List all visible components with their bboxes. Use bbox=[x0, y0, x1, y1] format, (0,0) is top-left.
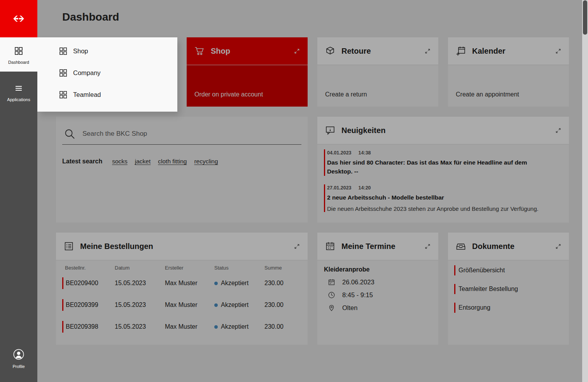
kalender-tile-body: Create an appointment bbox=[448, 65, 569, 107]
search-term-link[interactable]: jacket bbox=[135, 158, 151, 165]
sidebar-item-profile[interactable]: Profile bbox=[0, 349, 37, 369]
flyout-item-teamlead[interactable]: Teamlead bbox=[37, 84, 177, 105]
order-creator: Max Muster bbox=[165, 301, 214, 308]
news-date: 27.01.2023 bbox=[327, 185, 352, 191]
dokumente-card: Dokumente Größenübersicht Teamleiter Bes… bbox=[448, 233, 569, 345]
order-row[interactable]: BE0209399 15.05.2023 Max Muster Akzeptie… bbox=[62, 294, 308, 316]
appointment-time-row: 8:45 - 9:15 bbox=[324, 291, 432, 299]
news-card-header: Neuigkeiten bbox=[317, 117, 569, 144]
order-row[interactable]: BE0209400 15.05.2023 Max Muster Akzeptie… bbox=[62, 272, 308, 294]
orders-card-header: Meine Bestellungen bbox=[56, 233, 308, 260]
news-time: 14:38 bbox=[359, 150, 371, 156]
search-term-link[interactable]: cloth fitting bbox=[158, 158, 187, 165]
shop-tile[interactable]: Shop Order on private account bbox=[187, 37, 308, 107]
order-creator: Max Muster bbox=[165, 280, 214, 287]
app-root: Dashboard Shop Order on private account … bbox=[0, 0, 588, 382]
order-date: 15.05.2023 bbox=[115, 280, 165, 287]
status-dot bbox=[214, 325, 218, 329]
kalender-tile[interactable]: Kalender Create an appointment bbox=[448, 37, 569, 107]
news-date: 04.01.2023 bbox=[327, 150, 352, 156]
profile-icon bbox=[13, 349, 24, 360]
news-item[interactable]: 04.01.2023 14:38 Das hier sind 80 Charac… bbox=[324, 149, 561, 176]
grid-tiles-icon bbox=[59, 91, 67, 99]
news-headline: Das hier sind 80 Character: Das ist das … bbox=[327, 158, 545, 176]
expand-icon[interactable] bbox=[555, 128, 561, 133]
sbb-logo[interactable] bbox=[0, 0, 37, 37]
status-dot bbox=[214, 303, 218, 307]
sidebar-item-applications[interactable]: Applications bbox=[0, 75, 37, 109]
status-dot bbox=[214, 282, 218, 285]
document-link[interactable]: Größenübersicht bbox=[454, 265, 563, 275]
order-id: BE0209398 bbox=[62, 321, 115, 333]
shop-tile-action[interactable]: Order on private account bbox=[187, 65, 308, 107]
document-link[interactable]: Teamleiter Bestellung bbox=[454, 284, 563, 294]
clock-icon bbox=[328, 291, 335, 299]
appointment-date-row: 26.06.2023 bbox=[324, 279, 432, 286]
flyout-item-label: Company bbox=[73, 69, 101, 77]
orders-card-body: Bestellnr. Datum Ersteller Status Summe … bbox=[56, 260, 308, 345]
order-row[interactable]: BE0209398 15.05.2023 Max Muster Akzeptie… bbox=[62, 316, 308, 338]
column-header: Datum bbox=[115, 265, 165, 271]
shopping-cart-icon bbox=[194, 46, 205, 56]
orders-card-title: Meine Bestellungen bbox=[80, 242, 153, 251]
sbb-double-arrow-icon bbox=[10, 15, 27, 23]
search-term-link[interactable]: recycling bbox=[194, 158, 218, 165]
orders-card: Meine Bestellungen Bestellnr. Datum Erst… bbox=[56, 233, 308, 345]
page-title: Dashboard bbox=[62, 11, 119, 23]
scrollbar-thumb[interactable] bbox=[583, 0, 587, 35]
kalender-tile-header: Kalender bbox=[448, 37, 569, 65]
calendar-plus-icon bbox=[456, 46, 466, 56]
kalender-tile-action[interactable]: Create an appointment bbox=[448, 65, 569, 107]
expand-icon[interactable] bbox=[555, 244, 561, 249]
retoure-tile-header: Retoure bbox=[317, 37, 438, 65]
search-input[interactable] bbox=[82, 130, 301, 138]
dokumente-card-header: Dokumente bbox=[448, 233, 569, 260]
news-meta: 04.01.2023 14:38 bbox=[327, 149, 561, 156]
dashboard-flyout-menu: Shop Company Teamlead bbox=[37, 37, 177, 112]
expand-icon[interactable] bbox=[425, 244, 430, 249]
column-header: Status bbox=[214, 265, 264, 271]
location-pin-icon bbox=[328, 304, 335, 312]
search-term-link[interactable]: socks bbox=[112, 158, 128, 165]
order-id: BE0209400 bbox=[62, 277, 115, 289]
hamburger-menu-icon bbox=[14, 84, 23, 93]
dashboard-grid-icon bbox=[14, 47, 23, 55]
retoure-tile[interactable]: Retoure Create a return bbox=[317, 37, 438, 107]
news-card-title: Neuigkeiten bbox=[341, 126, 385, 135]
order-id: BE0209399 bbox=[62, 299, 115, 311]
retoure-tile-action[interactable]: Create a return bbox=[317, 65, 438, 107]
expand-icon[interactable] bbox=[425, 48, 430, 54]
news-meta: 27.01.2023 14:20 bbox=[327, 184, 561, 191]
appointment-location-row: Olten bbox=[324, 304, 432, 312]
news-card: Neuigkeiten 04.01.2023 14:38 Das hier si… bbox=[317, 117, 569, 223]
info-bubble-icon bbox=[325, 125, 335, 135]
sidebar-item-dashboard[interactable]: Dashboard bbox=[0, 37, 37, 72]
document-link[interactable]: Entsorgung bbox=[454, 303, 563, 313]
shop-tile-header: Shop bbox=[187, 37, 308, 65]
shop-tile-body: Order on private account bbox=[187, 65, 308, 107]
scrollbar[interactable] bbox=[582, 0, 588, 382]
termine-card-title: Meine Termine bbox=[341, 242, 396, 251]
order-sum: 230.00 bbox=[264, 323, 308, 330]
shop-tile-title: Shop bbox=[211, 47, 230, 56]
appointment-time: 8:45 - 9:15 bbox=[342, 291, 373, 299]
news-time: 14:20 bbox=[359, 185, 371, 191]
order-sum: 230.00 bbox=[264, 301, 308, 308]
package-return-icon bbox=[325, 46, 335, 56]
termine-card-header: Meine Termine bbox=[317, 233, 438, 260]
dokumente-card-title: Dokumente bbox=[472, 242, 514, 251]
retoure-tile-body: Create a return bbox=[317, 65, 438, 107]
news-card-body: 04.01.2023 14:38 Das hier sind 80 Charac… bbox=[317, 144, 569, 223]
expand-icon[interactable] bbox=[555, 48, 561, 54]
expand-icon[interactable] bbox=[294, 48, 300, 54]
expand-icon[interactable] bbox=[294, 244, 300, 249]
termine-card-body: Kleideranprobe 26.06.2023 8:45 - 9:15 Ol… bbox=[317, 260, 438, 345]
news-item[interactable]: 27.01.2023 14:20 2 neue Arbeitsschuh - M… bbox=[324, 184, 561, 212]
order-status: Akzeptiert bbox=[214, 301, 264, 308]
flyout-item-company[interactable]: Company bbox=[37, 62, 177, 84]
kalender-tile-title: Kalender bbox=[472, 47, 506, 56]
search-panel: Latest search socks jacket cloth fitting… bbox=[56, 117, 308, 223]
appointment-date: 26.06.2023 bbox=[342, 279, 374, 286]
flyout-item-shop[interactable]: Shop bbox=[37, 40, 177, 62]
column-header: Bestellnr. bbox=[62, 265, 115, 271]
